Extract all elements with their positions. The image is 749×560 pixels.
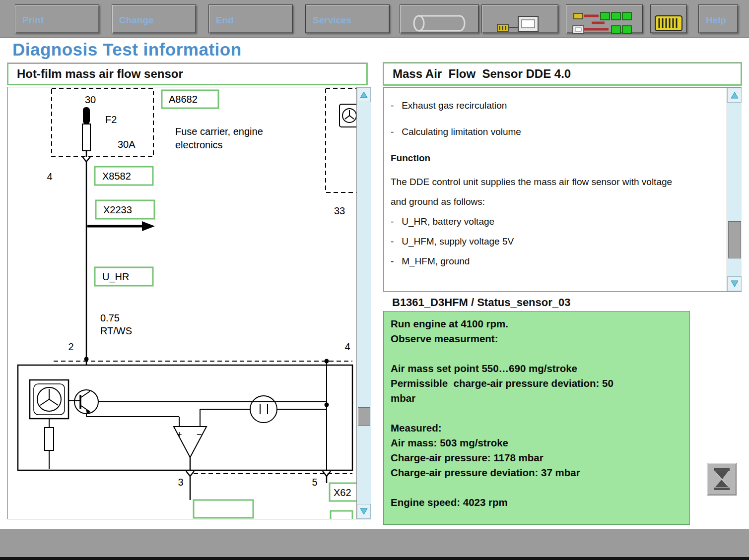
multipin-connector-icon: [653, 1, 684, 37]
diagram-scrollbar[interactable]: [356, 87, 371, 519]
measurement-line: mbar: [391, 391, 672, 406]
fuse-label: F2: [105, 114, 117, 125]
signal-label-uhr: U_HR: [102, 271, 129, 283]
scroll-down-icon: [360, 508, 368, 515]
left-panel-title: Hot-film mass air flow sensor: [7, 63, 367, 85]
page-title: Diagnosis Test information: [12, 40, 242, 60]
connection-button[interactable]: [481, 4, 558, 33]
wiring-diagram-panel: + − 30: [7, 87, 371, 519]
services-button[interactable]: Services: [305, 4, 390, 33]
svg-text:+: +: [177, 430, 182, 439]
measurement-line: [391, 480, 672, 495]
scroll-up-button[interactable]: [727, 88, 742, 103]
pin-label-3: 3: [178, 477, 183, 488]
info-line: and ground as follows:: [391, 192, 712, 212]
change-button[interactable]: Change: [112, 4, 196, 33]
sensor-icon: [340, 104, 356, 127]
busy-indicator: [707, 463, 737, 496]
cylinder-probe-icon: [407, 1, 472, 37]
wire-color-label: RT/WS: [100, 325, 132, 336]
pin-label-2: 2: [68, 341, 73, 352]
info-line: - Calculating limitation volume: [391, 122, 712, 142]
connector-label-x2233: X2233: [103, 204, 132, 215]
diagram-scroll-thumb[interactable]: [358, 407, 370, 426]
bottom-toolbar: Function selection Documents Test plan T…: [0, 529, 749, 557]
connector-label-a8682: A8682: [169, 94, 198, 105]
top-toolbar: Print Change End Services: [0, 0, 749, 38]
connector-chevron: [82, 157, 90, 162]
fuse-symbol: [82, 107, 90, 151]
info-scrollbar[interactable]: [727, 88, 742, 291]
dis-diagnosis-screen: Print Change End Services: [0, 0, 749, 560]
pin-label-4-top: 4: [47, 171, 52, 182]
scroll-down-button[interactable]: [357, 504, 371, 519]
function-overview-button[interactable]: [566, 4, 643, 33]
pin-label-4-right: 4: [344, 341, 350, 352]
info-line: - U_HR, battery voltage: [391, 212, 712, 232]
scroll-up-button[interactable]: [357, 87, 371, 102]
info-line: - Exhaust gas recirculation: [391, 96, 712, 116]
connector-label-x62: X62: [334, 487, 351, 498]
connector-label-x8582: X8582: [102, 171, 131, 182]
measurement-line: Air mass: 503 mg/stroke: [391, 436, 672, 450]
info-text-content: - Exhaust gas recirculation - Calculatin…: [384, 88, 726, 271]
scroll-down-button[interactable]: [727, 276, 742, 291]
bottom-edge-strip: [0, 557, 749, 560]
resistor-symbol: [45, 428, 54, 450]
fuse-rating-label: 30A: [118, 139, 136, 150]
help-button[interactable]: Help: [698, 4, 738, 33]
measurement-line: [391, 406, 672, 421]
fuse-carrier-label-2: electronics: [175, 139, 223, 150]
info-line: The DDE control unit supplies the mass a…: [391, 172, 712, 192]
pin-label-5: 5: [312, 477, 317, 488]
scroll-down-icon: [731, 280, 739, 287]
fuse-box-outline: [52, 88, 153, 157]
connector-box-bottom-right[interactable]: [331, 511, 352, 519]
info-scroll-thumb[interactable]: [728, 221, 741, 258]
pin-label-30: 30: [85, 94, 96, 105]
scroll-up-icon: [731, 92, 739, 99]
scroll-up-icon: [360, 91, 368, 98]
connector-socket-icon: [490, 0, 550, 38]
measurement-panel: Run engine at 4100 rpm. Observe measurme…: [383, 311, 690, 525]
measurement-line: Charge-air pressure: 1178 mbar: [391, 450, 672, 465]
measurement-line: [391, 346, 672, 361]
measurement-line: Permissible charge-air pressure deviatio…: [391, 376, 672, 391]
info-text-panel: - Exhaust gas recirculation - Calculatin…: [383, 87, 742, 292]
info-line: - M_HFM, ground: [391, 251, 712, 271]
measurement-line: Engine speed: 4023 rpm: [391, 495, 672, 510]
measurement-line: Run engine at 4100 rpm.: [391, 316, 672, 331]
status-title: B1361_D3HFM / Status_sensor_03: [383, 296, 701, 311]
svg-text:−: −: [197, 430, 202, 439]
wiring-overview-icon: [570, 0, 639, 38]
right-panel-title: Mass Air Flow Sensor DDE 4.0: [383, 62, 742, 85]
wire-gauge-label: 0.75: [100, 312, 120, 323]
print-button[interactable]: Print: [15, 4, 99, 33]
plug-button[interactable]: [650, 4, 687, 33]
probe-button[interactable]: [400, 4, 479, 33]
measurement-line: Charge-air pressure deviation: 37 mbar: [391, 465, 672, 480]
signal-arrow: [87, 221, 155, 231]
hourglass-icon: [712, 467, 732, 491]
connector-box-bottom[interactable]: [194, 500, 253, 518]
info-line: Function: [391, 148, 712, 168]
measurement-line: Measured:: [391, 421, 672, 436]
fuse-carrier-label-1: Fuse carrier, engine: [175, 126, 263, 137]
wiring-diagram: + − 30: [8, 87, 356, 519]
info-line: - U_HFM, supply voltage 5V: [391, 232, 712, 251]
pin-label-33: 33: [334, 205, 345, 216]
measurement-line: Air mass set point 550…690 mg/stroke: [391, 361, 672, 376]
measurement-line: Observe measurment:: [391, 331, 672, 346]
end-button[interactable]: End: [208, 4, 293, 33]
